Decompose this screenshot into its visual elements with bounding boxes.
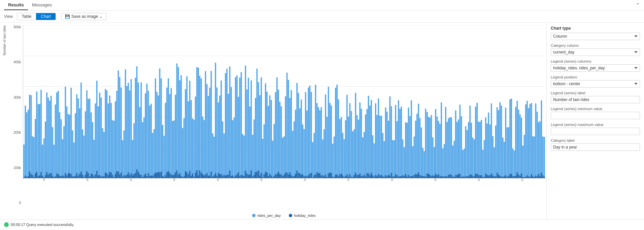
svg-rect-589: [441, 102, 442, 178]
svg-rect-509: [384, 141, 385, 178]
svg-rect-716: [531, 174, 532, 178]
svg-text:2016-07-01T00:00:00.0000000: 2016-07-01T00:00:00.0000000: [303, 178, 306, 181]
svg-rect-131: [113, 121, 115, 178]
category-label-input[interactable]: [551, 143, 640, 151]
svg-rect-601: [449, 117, 451, 178]
svg-rect-101: [92, 122, 93, 178]
svg-rect-232: [185, 171, 186, 178]
svg-rect-398: [304, 176, 305, 178]
svg-rect-683: [508, 127, 509, 178]
svg-rect-408: [311, 173, 312, 178]
svg-rect-430: [327, 177, 328, 178]
svg-rect-685: [509, 99, 511, 178]
svg-rect-663: [494, 147, 495, 178]
svg-rect-604: [451, 175, 452, 178]
svg-rect-353: [272, 141, 273, 178]
svg-rect-548: [411, 176, 412, 178]
svg-rect-638: [475, 174, 476, 178]
svg-rect-313: [243, 136, 245, 178]
svg-rect-607: [454, 141, 455, 178]
svg-rect-10: [26, 177, 28, 178]
dropdown-icon: ⌄: [99, 14, 103, 19]
svg-rect-679: [505, 108, 506, 178]
chart-type-select[interactable]: Column: [551, 33, 640, 40]
svg-rect-528: [397, 175, 398, 178]
svg-rect-470: [355, 172, 357, 178]
svg-rect-396: [302, 174, 303, 178]
svg-rect-715: [531, 103, 532, 178]
category-column-select[interactable]: current_day: [551, 48, 640, 56]
svg-rect-153: [129, 90, 131, 178]
svg-rect-165: [138, 83, 139, 178]
y-tick: 400k: [13, 60, 21, 64]
save-as-image-button[interactable]: 💾 Save as image ⌄: [61, 13, 106, 20]
legend-series-max-input[interactable]: [551, 128, 640, 135]
svg-rect-172: [142, 177, 143, 178]
category-column-label: Category column: [551, 43, 640, 47]
svg-rect-394: [301, 175, 302, 178]
svg-rect-551: [414, 136, 415, 178]
svg-rect-74: [72, 176, 73, 178]
svg-rect-538: [404, 176, 405, 178]
svg-rect-77: [75, 113, 76, 178]
svg-rect-245: [195, 97, 196, 178]
status-icon: [4, 222, 9, 227]
svg-rect-235: [188, 101, 189, 178]
legend-series-label-input[interactable]: [551, 96, 640, 103]
svg-rect-391: [299, 108, 301, 178]
svg-rect-246: [195, 173, 196, 178]
svg-rect-568: [425, 176, 427, 178]
category-label-label: Category label: [551, 138, 640, 142]
collapse-icon[interactable]: ⌃: [636, 2, 640, 8]
svg-rect-374: [286, 172, 288, 178]
svg-rect-160: [133, 174, 135, 178]
svg-rect-533: [401, 106, 402, 178]
svg-rect-254: [201, 173, 202, 178]
svg-rect-275: [216, 88, 218, 178]
svg-rect-180: [148, 173, 149, 178]
svg-rect-181: [149, 105, 150, 178]
svg-rect-21: [35, 119, 36, 178]
svg-rect-215: [173, 120, 175, 178]
svg-rect-628: [468, 176, 469, 178]
svg-rect-696: [516, 172, 518, 178]
svg-rect-360: [276, 174, 278, 178]
svg-rect-436: [331, 173, 332, 178]
svg-rect-178: [146, 176, 148, 178]
table-button[interactable]: Table: [17, 13, 36, 20]
svg-rect-583: [437, 117, 438, 178]
legend-series-columns-select[interactable]: holiday_rides, rides_per_day: [551, 64, 640, 72]
svg-rect-186: [152, 176, 154, 178]
svg-text:2016-11-01T00:00:00.0000000: 2016-11-01T00:00:00.0000000: [477, 178, 480, 181]
legend-series-min-input[interactable]: [551, 112, 640, 119]
svg-rect-366: [281, 174, 282, 178]
svg-rect-629: [469, 106, 471, 178]
svg-rect-424: [322, 175, 324, 178]
svg-rect-596: [445, 176, 446, 178]
svg-rect-480: [362, 176, 364, 178]
svg-rect-82: [78, 175, 79, 178]
svg-rect-108: [96, 171, 98, 178]
svg-rect-126: [109, 172, 110, 178]
svg-rect-620: [462, 176, 464, 178]
chart-button[interactable]: Chart: [36, 13, 55, 20]
svg-rect-270: [212, 177, 213, 178]
svg-rect-49: [55, 104, 56, 178]
bars-area: [23, 25, 545, 178]
svg-rect-385: [295, 110, 296, 178]
svg-rect-499: [376, 115, 378, 178]
tab-results[interactable]: Results: [4, 0, 28, 10]
svg-rect-23: [36, 92, 38, 178]
tab-messages[interactable]: Messages: [28, 0, 56, 10]
svg-rect-193: [158, 95, 159, 178]
svg-rect-97: [89, 99, 91, 178]
svg-rect-643: [479, 122, 481, 178]
svg-rect-286: [224, 175, 225, 178]
svg-rect-283: [222, 121, 224, 178]
svg-rect-585: [438, 121, 439, 178]
svg-rect-319: [248, 78, 249, 178]
svg-rect-588: [439, 176, 441, 178]
svg-rect-387: [296, 83, 298, 178]
legend-position-select[interactable]: bottom - center: [551, 80, 640, 88]
svg-rect-373: [286, 73, 288, 178]
